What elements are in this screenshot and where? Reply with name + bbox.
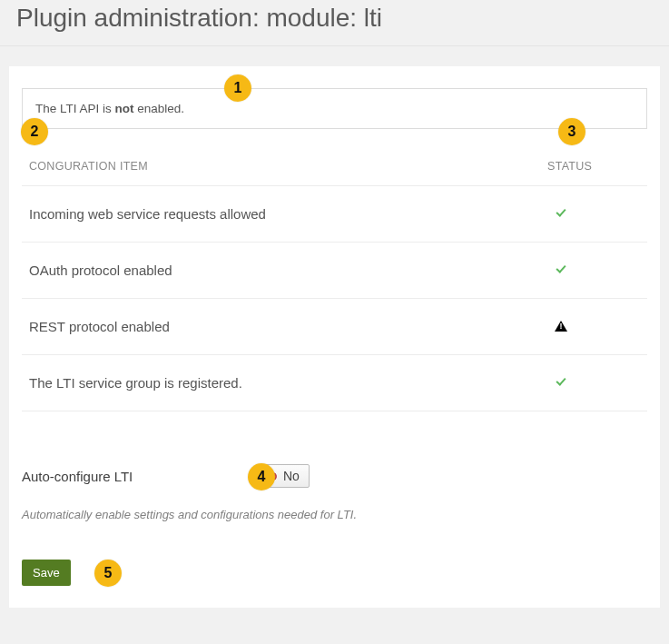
auto-configure-row: Auto-configure LTI No 4 [22,464,647,488]
auto-configure-help: Automatically enable settings and config… [22,508,647,521]
config-item-status [547,186,647,243]
alert-suffix: enabled. [134,102,185,115]
config-item-status [547,299,647,355]
config-item-label: Incoming web service requests allowed [22,186,547,243]
config-item-status [547,243,647,299]
lti-alert-box: The LTI API is not enabled. 1 2 3 [22,88,647,129]
config-item-status [547,355,647,411]
table-row: Incoming web service requests allowed [22,186,647,243]
check-icon [555,377,567,388]
callout-4: 4 [248,463,275,490]
col-header-item: CONGURATION ITEM [22,153,547,186]
config-table: CONGURATION ITEM STATUS Incoming web ser… [22,153,647,411]
table-row: OAuth protocol enabled [22,243,647,299]
table-row: The LTI service group is registered. [22,355,647,411]
alert-prefix: The LTI API is [35,102,115,115]
alert-bold: not [115,102,134,115]
page-header: Plugin administration: module: lti [0,0,669,46]
config-item-label: OAuth protocol enabled [22,243,547,299]
auto-configure-label: Auto-configure LTI [22,469,262,484]
config-item-label: REST protocol enabled [22,299,547,355]
table-row: REST protocol enabled [22,299,647,355]
callout-5: 5 [94,560,122,587]
save-button[interactable]: Save [22,560,71,586]
check-icon [555,264,567,275]
page-title: Plugin administration: module: lti [16,4,653,33]
config-item-label: The LTI service group is registered. [22,355,547,411]
callout-3: 3 [558,118,585,145]
col-header-status: STATUS [547,153,647,186]
toggle-value: No [283,469,300,483]
check-icon [555,208,567,219]
content-card: The LTI API is not enabled. 1 2 3 CONGUR… [9,66,660,608]
callout-2: 2 [21,118,48,145]
callout-1: 1 [224,74,251,102]
warning-icon [555,321,567,332]
save-row: Save 5 [22,560,647,586]
